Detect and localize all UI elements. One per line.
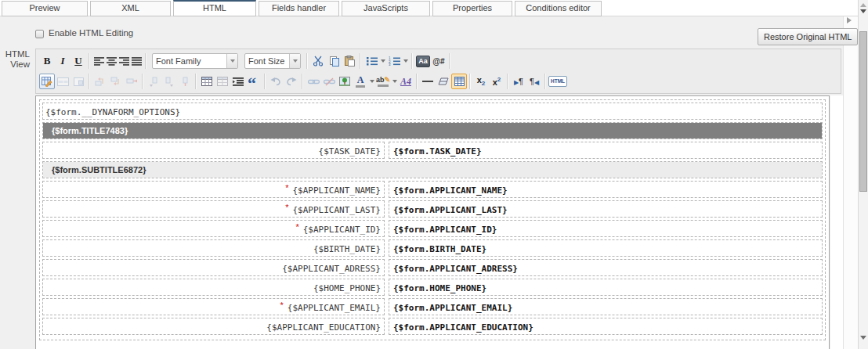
tab-conditions-editor[interactable]: Conditions editor <box>515 1 602 16</box>
toolbar-separator <box>264 74 266 89</box>
field-label-cell[interactable]: {$BIRTH_DATE} <box>42 239 385 257</box>
html-source-button[interactable]: HTML <box>548 74 567 89</box>
restore-original-html-button[interactable]: Restore Original HTML <box>758 28 858 45</box>
options-cell[interactable]: {$form.__DYNAFORM_OPTIONS} <box>42 103 823 120</box>
field-label-cell[interactable]: *{$APPLICANT_LAST} <box>42 200 385 218</box>
field-value-cell[interactable]: {$form.BIRTH_DATE} <box>389 239 823 257</box>
insert-col-before-button <box>146 74 161 89</box>
field-value-cell[interactable]: {$form.APPLICANT_NAME} <box>389 181 823 198</box>
numbered-list-dropdown-arrow[interactable] <box>402 53 409 69</box>
highlight-color-button[interactable]: ab✎ <box>375 74 391 89</box>
unlink-icon <box>324 77 335 86</box>
ltr-paragraph-button[interactable]: ▶¶ <box>511 74 526 89</box>
enable-html-editing-checkbox[interactable] <box>35 30 44 38</box>
numbered-list-icon: 123 <box>389 56 400 66</box>
toolbar-separator <box>449 53 450 69</box>
tab-html[interactable]: HTML <box>173 0 256 16</box>
field-label-cell[interactable]: {$APPLICANT_EDUCATION} <box>42 318 385 335</box>
text-color-dropdown-arrow[interactable] <box>368 74 375 89</box>
horizontal-rule-button[interactable] <box>420 74 436 89</box>
field-value-cell[interactable]: {$form.APPLICANT_ADRESS} <box>389 259 823 276</box>
chevron-down-icon[interactable] <box>289 54 300 68</box>
indent-button[interactable] <box>230 74 246 89</box>
collapse-arrow-icon[interactable] <box>847 17 852 23</box>
right-gutter <box>844 16 858 349</box>
underline-button[interactable]: U <box>71 53 86 69</box>
edit-table-button[interactable] <box>39 74 55 89</box>
copy-icon <box>328 56 340 67</box>
image-button[interactable] <box>337 74 353 89</box>
tab-preview[interactable]: Preview <box>2 1 88 16</box>
bullet-list-dropdown-arrow[interactable] <box>379 53 386 69</box>
form-row: *{$APPLICANT_ID}{$form.APPLICANT_ID} <box>42 220 823 237</box>
tab-properties[interactable]: Properties <box>432 1 512 16</box>
field-value-cell[interactable]: {$form.HOME_PHONE} <box>389 279 823 296</box>
subscript-button[interactable]: x2 <box>473 74 489 89</box>
copy-button[interactable] <box>326 53 342 69</box>
bullet-list-button[interactable] <box>363 53 379 69</box>
align-justify-button[interactable] <box>130 53 143 69</box>
toolbar-separator <box>89 53 90 69</box>
scroll-down-icon[interactable] <box>860 9 866 13</box>
scroll-up-icon[interactable] <box>860 3 866 7</box>
cell-properties-button <box>71 74 86 89</box>
required-asterisk: * <box>285 183 288 192</box>
align-center-icon <box>107 56 117 66</box>
font-size-combobox[interactable]: Font Size <box>244 53 301 69</box>
table-props-button <box>215 74 230 89</box>
title-bar: {$form.TITLE7483} <box>43 123 822 139</box>
field-value-cell[interactable]: {$form.APPLICANT_EMAIL} <box>389 298 823 315</box>
align-left-button[interactable] <box>92 53 105 69</box>
edit-table-icon <box>42 76 52 87</box>
show-grid-button[interactable] <box>451 74 467 89</box>
cut-button[interactable] <box>310 53 326 69</box>
html-editor-canvas[interactable]: {$form.__DYNAFORM_OPTIONS}{$form.TITLE74… <box>35 95 830 349</box>
special-char-button[interactable]: @# <box>431 53 447 69</box>
field-value-cell[interactable]: {$form.APPLICANT_EDUCATION} <box>389 318 823 335</box>
redo-icon <box>286 77 297 86</box>
numbered-list-button[interactable]: 123 <box>386 53 402 69</box>
table-props-icon <box>217 77 228 87</box>
tab-javascripts[interactable]: JavaScripts <box>342 1 430 16</box>
field-label-cell[interactable]: {$HOME_PHONE} <box>42 279 385 296</box>
field-label-cell[interactable]: *{$APPLICANT_ID} <box>42 220 385 237</box>
subtitle-bar: {$form.SUBTITLE6872} <box>43 162 822 178</box>
scrollbar-thumb[interactable] <box>859 31 867 192</box>
eraser-button[interactable] <box>436 74 451 89</box>
field-value-cell[interactable]: {$form.APPLICANT_ID} <box>389 220 823 237</box>
italic-button[interactable]: I <box>55 53 71 69</box>
subtitle-cell[interactable]: {$form.SUBTITLE6872} <box>42 161 823 178</box>
blockquote-button[interactable]: “ <box>246 74 262 89</box>
paste-button[interactable] <box>342 53 357 69</box>
field-label-cell[interactable]: *{$APPLICANT_NAME} <box>42 181 385 198</box>
font-family-combobox[interactable]: Font Family <box>152 53 238 69</box>
bold-button[interactable]: B <box>39 53 55 69</box>
field-label-cell[interactable]: *{$APPLICANT_EMAIL} <box>42 298 385 315</box>
font-style-button[interactable]: A4 <box>398 74 414 89</box>
scroll-down-bottom-icon[interactable] <box>860 336 866 340</box>
tab-xml[interactable]: XML <box>90 1 171 16</box>
chevron-down-icon[interactable] <box>226 54 237 68</box>
title-cell[interactable]: {$form.TITLE7483} <box>42 122 823 139</box>
align-center-button[interactable] <box>105 53 118 69</box>
text-color-button[interactable]: A <box>353 74 368 89</box>
case-style-button[interactable]: Aa <box>415 53 431 69</box>
field-value-cell[interactable]: {$form.APPLICANT_LAST} <box>389 200 823 218</box>
field-label-cell[interactable]: {$TASK_DATE} <box>42 142 385 159</box>
rtl-paragraph-button[interactable]: ¶◀ <box>526 74 542 89</box>
toolbar-separator <box>302 74 303 89</box>
field-value-cell[interactable]: {$form.TASK_DATE} <box>389 142 823 159</box>
field-value-variable: {$form.APPLICANT_ADRESS} <box>393 264 518 274</box>
align-right-button[interactable] <box>118 53 130 69</box>
vertical-scrollbar[interactable] <box>858 0 868 349</box>
field-label-variable: {$APPLICANT_ADRESS} <box>282 264 381 274</box>
superscript-button[interactable]: x2 <box>489 74 505 89</box>
form-row: {$form.SUBTITLE6872} <box>42 161 823 178</box>
redo-button <box>284 74 299 89</box>
highlight-color-dropdown-arrow[interactable] <box>391 74 398 89</box>
case-style-icon: Aa <box>416 56 430 67</box>
delete-col-icon <box>180 77 190 87</box>
insert-table-button[interactable] <box>199 74 215 89</box>
tab-fields-handler[interactable]: Fields handler <box>259 1 339 16</box>
field-label-cell[interactable]: {$APPLICANT_ADRESS} <box>42 259 385 276</box>
